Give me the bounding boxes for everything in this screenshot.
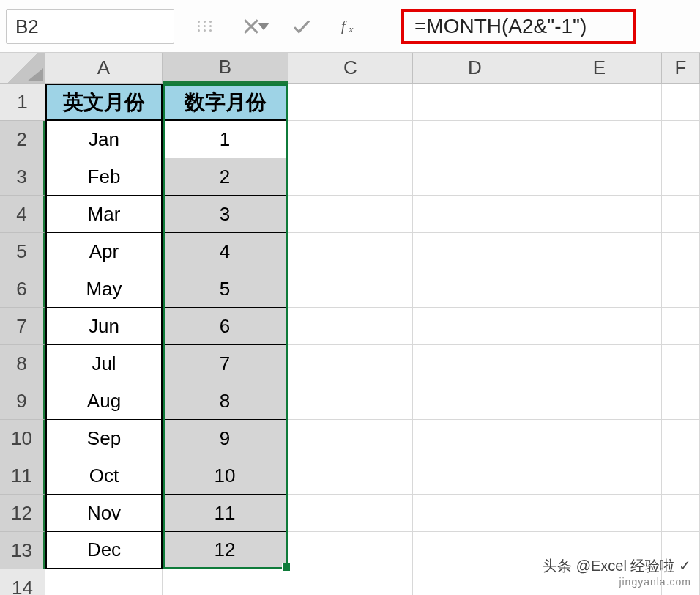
cell-B11[interactable]: 10 (163, 457, 288, 495)
cell[interactable] (537, 457, 662, 495)
cell-B4[interactable]: 3 (163, 196, 288, 233)
cell[interactable] (288, 233, 413, 270)
cell-B8[interactable]: 7 (163, 345, 288, 382)
col-header-D[interactable]: D (413, 53, 537, 84)
row-header[interactable]: 13 (0, 532, 45, 569)
cell[interactable] (662, 308, 700, 345)
cell[interactable] (413, 270, 537, 308)
cell-A9[interactable]: Aug (45, 382, 163, 420)
formula-text[interactable]: =MONTH(A2&"-1") (401, 9, 636, 44)
cell[interactable] (662, 270, 700, 308)
cancel-icon[interactable] (239, 14, 264, 39)
cell[interactable] (288, 84, 413, 121)
cell[interactable] (288, 158, 413, 196)
row-header[interactable]: 12 (0, 495, 45, 532)
cell-B12[interactable]: 11 (163, 495, 288, 532)
cell[interactable] (163, 569, 288, 595)
row-header[interactable]: 4 (0, 196, 45, 233)
cell[interactable] (662, 495, 700, 532)
cell[interactable] (288, 345, 413, 382)
cell-B2[interactable]: 1 (163, 121, 288, 158)
cell[interactable] (288, 121, 413, 158)
cell[interactable] (537, 420, 662, 457)
cell-A1[interactable]: 英文月份 (45, 84, 163, 121)
cell[interactable] (288, 382, 413, 420)
row-header[interactable]: 6 (0, 270, 45, 308)
enter-icon[interactable] (289, 14, 314, 39)
col-header-F[interactable]: F (662, 53, 700, 84)
cell-B3[interactable]: 2 (163, 158, 288, 196)
cell[interactable] (537, 233, 662, 270)
cell[interactable] (288, 308, 413, 345)
cell-A2[interactable]: Jan (45, 121, 163, 158)
cell-A7[interactable]: Jun (45, 308, 163, 345)
cell[interactable] (413, 532, 537, 569)
cell[interactable] (288, 457, 413, 495)
cell-B6[interactable]: 5 (163, 270, 288, 308)
cell-A4[interactable]: Mar (45, 196, 163, 233)
cell[interactable] (413, 382, 537, 420)
col-header-A[interactable]: A (45, 53, 163, 84)
cell-A8[interactable]: Jul (45, 345, 163, 382)
cell-B5[interactable]: 4 (163, 233, 288, 270)
row-header[interactable]: 11 (0, 457, 45, 495)
row-header[interactable]: 14 (0, 569, 45, 595)
col-header-E[interactable]: E (537, 53, 662, 84)
cell-A13[interactable]: Dec (45, 532, 163, 569)
cell[interactable] (288, 270, 413, 308)
cell[interactable] (288, 532, 413, 569)
cell[interactable] (413, 420, 537, 457)
cell[interactable] (537, 158, 662, 196)
cell-A5[interactable]: Apr (45, 233, 163, 270)
cell[interactable] (662, 158, 700, 196)
col-header-B[interactable]: B (163, 53, 288, 84)
cell-A12[interactable]: Nov (45, 495, 163, 532)
cell[interactable] (662, 196, 700, 233)
row-header[interactable]: 8 (0, 345, 45, 382)
name-box[interactable] (6, 9, 174, 44)
row-header[interactable]: 2 (0, 121, 45, 158)
cell[interactable] (537, 84, 662, 121)
cell[interactable] (537, 308, 662, 345)
spreadsheet-grid[interactable]: A B C D E F 1 英文月份 数字月份 2 Jan 1 3 Feb 2 (0, 53, 700, 595)
row-header[interactable]: 3 (0, 158, 45, 196)
select-all-corner[interactable] (0, 53, 45, 84)
cell[interactable] (662, 233, 700, 270)
cell[interactable] (537, 270, 662, 308)
cell[interactable] (662, 121, 700, 158)
formula-input-area[interactable]: =MONTH(A2&"-1") (387, 9, 694, 43)
cell-A10[interactable]: Sep (45, 420, 163, 457)
cell[interactable] (413, 121, 537, 158)
cell-B9[interactable]: 8 (163, 382, 288, 420)
cell[interactable] (413, 495, 537, 532)
cell[interactable] (537, 382, 662, 420)
cell-B1[interactable]: 数字月份 (163, 84, 288, 121)
cell-A11[interactable]: Oct (45, 457, 163, 495)
cell-A6[interactable]: May (45, 270, 163, 308)
cell[interactable] (662, 345, 700, 382)
cell-B13[interactable]: 12 (163, 532, 288, 569)
cell[interactable] (662, 420, 700, 457)
cell[interactable] (288, 569, 413, 595)
cell[interactable] (413, 308, 537, 345)
cell[interactable] (537, 121, 662, 158)
cell[interactable] (413, 196, 537, 233)
cell-A3[interactable]: Feb (45, 158, 163, 196)
cell-B7[interactable]: 6 (163, 308, 288, 345)
row-header[interactable]: 7 (0, 308, 45, 345)
cell[interactable] (413, 345, 537, 382)
expand-grip-icon[interactable] (180, 9, 217, 43)
cell-B10[interactable]: 9 (163, 420, 288, 457)
cell[interactable] (537, 196, 662, 233)
row-header[interactable]: 1 (0, 84, 45, 121)
cell[interactable] (413, 233, 537, 270)
cell[interactable] (288, 495, 413, 532)
row-header[interactable]: 9 (0, 382, 45, 420)
fx-icon[interactable]: fx (340, 14, 365, 39)
cell[interactable] (413, 84, 537, 121)
cell[interactable] (537, 495, 662, 532)
col-header-C[interactable]: C (288, 53, 413, 84)
cell[interactable] (45, 569, 163, 595)
cell[interactable] (413, 569, 537, 595)
cell[interactable] (662, 457, 700, 495)
